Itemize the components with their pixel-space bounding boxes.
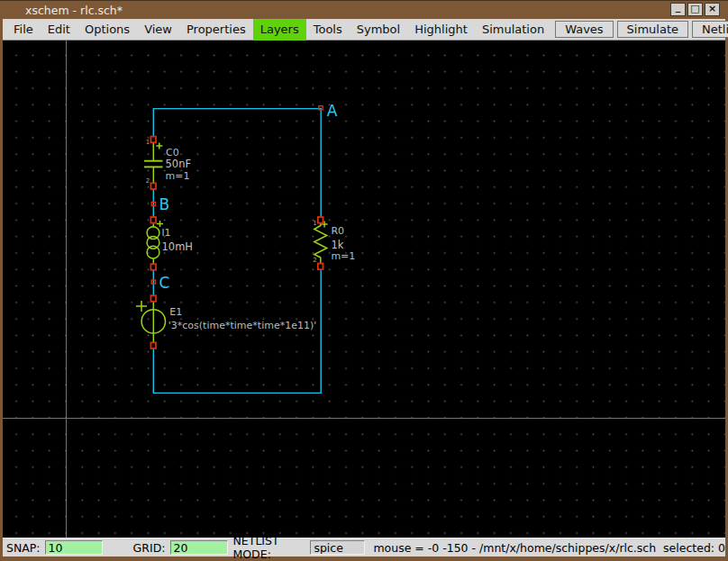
- simulate-button[interactable]: Simulate: [617, 21, 688, 38]
- schematic-canvas[interactable]: 1 2 C0 50nF m=1 l1 10mH: [3, 41, 725, 538]
- menu-symbol[interactable]: Symbol: [350, 19, 407, 41]
- src-name: E1: [169, 306, 182, 318]
- window-controls: _ □ ×: [670, 3, 720, 16]
- pin-box: [150, 342, 156, 348]
- menu-tools[interactable]: Tools: [306, 19, 350, 41]
- ind-name: l1: [162, 227, 171, 239]
- grid-input[interactable]: [170, 540, 228, 555]
- menu-properties[interactable]: Properties: [179, 19, 253, 41]
- res-pin1: 1: [313, 220, 316, 227]
- schematic-drawing: 1 2 C0 50nF m=1 l1 10mH: [3, 41, 725, 538]
- net-label-A[interactable]: A: [327, 102, 338, 120]
- menu-edit[interactable]: Edit: [41, 19, 77, 41]
- minimize-button[interactable]: _: [670, 3, 686, 16]
- plus-icon: [136, 301, 147, 312]
- res-name: R0: [331, 225, 344, 237]
- netlist-mode-input[interactable]: [310, 540, 365, 555]
- cap-pin1: 1: [146, 139, 150, 146]
- statusbar: SNAP: GRID: NETLIST MODE: mouse = -0 -15…: [3, 538, 725, 556]
- cap-pin2: 2: [146, 177, 150, 185]
- resistor-R0[interactable]: 1 2 R0 1k m=1: [313, 217, 355, 269]
- titlebar[interactable]: xschem - rlc.sch* _ □ ×: [0, 0, 728, 19]
- pin-box: [150, 217, 156, 223]
- pin-box: [150, 137, 156, 143]
- res-pin2: 2: [313, 257, 316, 264]
- menubar: File Edit Options View Properties Layers…: [3, 19, 725, 41]
- res-value: 1k: [331, 239, 343, 251]
- src-value: '3*cos(time*time*time*1e11)': [168, 320, 316, 331]
- net-label-C[interactable]: C: [159, 274, 170, 292]
- voltage-source-E1[interactable]: E1 '3*cos(time*time*time*1e11)': [136, 295, 316, 348]
- pin-box: [318, 217, 323, 223]
- menu-layers[interactable]: Layers: [253, 19, 306, 41]
- netlist-mode-label: NETLIST MODE:: [233, 534, 306, 561]
- cap-value: 50nF: [166, 158, 192, 170]
- net-labels[interactable]: A B C: [151, 102, 338, 292]
- res-mult: m=1: [331, 250, 355, 262]
- menu-simulation[interactable]: Simulation: [475, 19, 551, 41]
- cap-mult: m=1: [166, 170, 190, 182]
- menu-view[interactable]: View: [137, 19, 179, 41]
- snap-input[interactable]: [45, 540, 103, 555]
- window-title: xschem - rlc.sch*: [25, 4, 123, 17]
- grid-label: GRID:: [133, 541, 166, 555]
- menu-file[interactable]: File: [6, 19, 41, 41]
- pin-box: [150, 183, 156, 189]
- capacitor-C0[interactable]: 1 2 C0 50nF m=1: [144, 137, 191, 189]
- menu-options[interactable]: Options: [77, 19, 137, 41]
- pin-box: [318, 264, 323, 270]
- cap-name: C0: [166, 147, 179, 158]
- plus-icon: [156, 143, 162, 149]
- maximize-button[interactable]: □: [687, 3, 703, 16]
- label-pin: [319, 106, 323, 110]
- menu-highlight[interactable]: Highlight: [407, 19, 475, 41]
- netlist-button[interactable]: Netlist: [692, 21, 728, 38]
- net-label-B[interactable]: B: [159, 195, 170, 213]
- waves-button[interactable]: Waves: [555, 21, 613, 38]
- snap-label: SNAP:: [6, 541, 41, 555]
- pin-box: [150, 264, 156, 270]
- mouse-status-text: mouse = -0 -150 - /mnt/x/home/schippes/x…: [373, 541, 725, 555]
- xschem-window: xschem - rlc.sch* _ □ × File Edit Option…: [0, 0, 728, 561]
- ind-value: 10mH: [162, 240, 193, 253]
- inductor-l1[interactable]: l1 10mH: [147, 217, 193, 270]
- pin-box: [150, 295, 156, 302]
- close-button[interactable]: ×: [705, 3, 720, 16]
- menubar-actions: Waves Simulate Netlist Help: [551, 19, 728, 41]
